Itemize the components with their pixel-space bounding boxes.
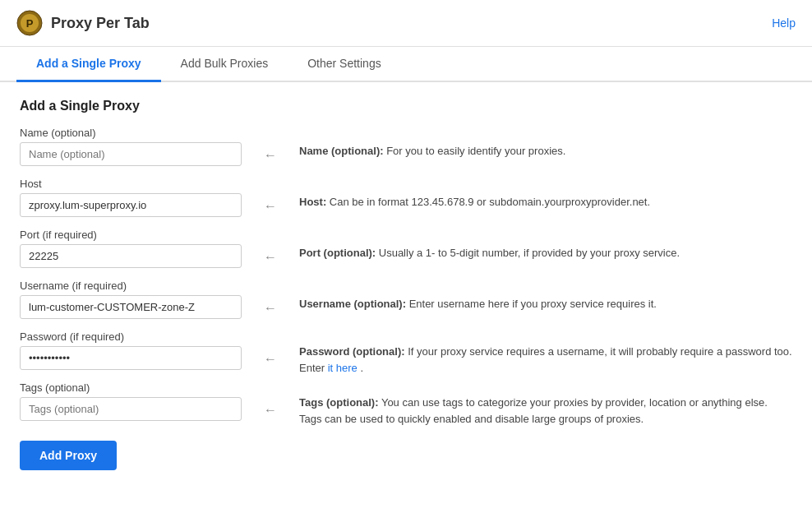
port-field-group: Port (if required): [20, 229, 250, 280]
password-help: Password (optional): If your proxy servi…: [291, 330, 792, 381]
username-form-row: Username (if required): [20, 280, 242, 319]
tags-label: Tags (optional): [20, 381, 242, 394]
password-arrow: ←: [250, 330, 291, 381]
name-field-group: Name (optional): [20, 127, 250, 178]
app-title: Proxy Per Tab: [51, 15, 150, 32]
name-form-row: Name (optional): [20, 127, 242, 166]
tags-form-row: Tags (optional): [20, 381, 242, 421]
username-input[interactable]: [20, 295, 242, 319]
host-field-group: Host: [20, 178, 250, 229]
proxy-form-grid: Name (optional) ← Name (optional): For y…: [20, 127, 792, 432]
section-title: Add a Single Proxy: [20, 99, 792, 113]
main-content: Add a Single Proxy Name (optional) ← Nam…: [0, 82, 812, 487]
tabs-container: Add a Single Proxy Add Bulk Proxies Othe…: [0, 47, 812, 82]
tab-other-settings[interactable]: Other Settings: [288, 47, 401, 82]
help-link[interactable]: Help: [772, 16, 796, 30]
name-input[interactable]: [20, 142, 242, 166]
port-label: Port (if required): [20, 229, 242, 241]
host-help: Host: Can be in format 123.45.678.9 or s…: [291, 178, 792, 229]
header: P Proxy Per Tab Help: [0, 0, 812, 47]
password-field-group: Password (if required): [20, 330, 250, 381]
password-form-row: Password (if required): [20, 330, 242, 370]
host-arrow: ←: [250, 178, 291, 229]
port-form-row: Port (if required): [20, 229, 242, 268]
tags-field-group: Tags (optional): [20, 381, 250, 432]
port-arrow: ←: [250, 229, 291, 280]
tab-bulk-proxies[interactable]: Add Bulk Proxies: [161, 47, 288, 82]
port-help: Port (optional): Usually a 1- to 5-digit…: [291, 229, 792, 280]
username-help: Username (optional): Enter username here…: [291, 280, 792, 330]
add-proxy-button[interactable]: Add Proxy: [20, 441, 117, 470]
password-label: Password (if required): [20, 330, 242, 343]
host-label: Host: [20, 178, 242, 190]
username-field-group: Username (if required): [20, 280, 250, 330]
name-arrow: ←: [250, 127, 291, 178]
tags-help: Tags (optional): You can use tags to cat…: [291, 381, 792, 432]
username-label: Username (if required): [20, 280, 242, 292]
logo-icon: P: [16, 10, 43, 36]
password-input[interactable]: [20, 346, 242, 370]
host-input[interactable]: [20, 193, 242, 217]
port-input[interactable]: [20, 244, 242, 268]
tags-input[interactable]: [20, 397, 242, 421]
host-form-row: Host: [20, 178, 242, 217]
svg-text:P: P: [26, 17, 34, 30]
tags-arrow: ←: [250, 381, 291, 432]
username-arrow: ←: [250, 280, 291, 330]
password-help-link[interactable]: it here: [328, 362, 358, 374]
name-label: Name (optional): [20, 127, 242, 139]
name-help: Name (optional): For you to easily ident…: [291, 127, 792, 178]
header-left: P Proxy Per Tab: [16, 10, 150, 36]
tab-single-proxy[interactable]: Add a Single Proxy: [16, 47, 161, 82]
